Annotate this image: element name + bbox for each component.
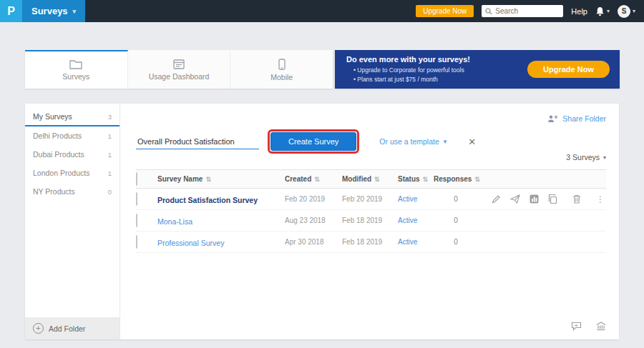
topbar: P Surveys ▾ Upgrade Now Help ▾ S ▾ (0, 0, 644, 22)
promo-banner: Do even more with your surveys! • Upgrad… (335, 50, 620, 89)
table-row: Mona-Lisa Aug 23 2018 Feb 18 2019 Active… (136, 210, 606, 232)
folder-label: Delhi Products (33, 131, 82, 140)
tab-surveys[interactable]: Surveys (25, 50, 128, 89)
add-folder-label: Add Folder (49, 324, 85, 333)
folder-label: My Surveys (33, 112, 72, 121)
sort-icon[interactable]: ⇅ (474, 176, 480, 183)
sort-icon[interactable]: ⇅ (205, 176, 211, 183)
sidebar-item-delhi-products[interactable]: Delhi Products 1 (25, 126, 119, 145)
mobile-icon (278, 59, 286, 70)
search-icon (485, 8, 492, 15)
survey-name-link[interactable]: Product Satisfaction Survey (157, 196, 258, 204)
status-badge: Active (398, 238, 434, 246)
more-options-icon[interactable]: ⋮ (596, 194, 605, 204)
created-date: Feb 20 2019 (285, 195, 342, 203)
product-menu[interactable]: Surveys ▾ (22, 0, 85, 22)
share-folder-button[interactable]: Share Folder (547, 114, 606, 123)
folder-count: 1 (108, 169, 112, 177)
account-menu[interactable]: S ▾ (618, 5, 635, 18)
modified-date: Feb 18 2019 (342, 217, 398, 224)
col-header-name: Survey Name (157, 175, 203, 183)
row-actions: ⋮ (478, 194, 606, 204)
chevron-down-icon: ▾ (607, 8, 610, 14)
search-box[interactable] (482, 5, 563, 17)
sidebar-item-dubai-products[interactable]: Dubai Products 1 (25, 145, 119, 164)
col-header-created: Created (285, 175, 311, 183)
share-folder-label: Share Folder (562, 114, 606, 123)
sort-icon[interactable]: ⇅ (423, 176, 429, 183)
row-checkbox[interactable] (136, 214, 137, 227)
archive-trash-icon[interactable] (596, 322, 606, 331)
notifications-menu[interactable]: ▾ (595, 6, 610, 16)
tab-usage-dashboard[interactable]: Usage Dashboard (128, 50, 231, 89)
create-survey-button[interactable]: Create Survey (270, 132, 356, 151)
col-header-modified: Modified (342, 175, 371, 183)
folder-count: 0 (108, 188, 112, 196)
responses-count: 0 (434, 217, 478, 224)
chevron-down-icon: ▾ (603, 154, 606, 161)
folder-count: 3 (108, 113, 112, 121)
feedback-icon[interactable] (571, 322, 582, 331)
surveys-table: Survey Name⇅ Created⇅ Modified⇅ Status⇅ … (136, 169, 606, 253)
tab-label: Usage Dashboard (149, 72, 210, 81)
row-checkbox[interactable] (136, 235, 137, 249)
help-link[interactable]: Help (571, 7, 587, 16)
modified-date: Feb 18 2019 (342, 238, 398, 246)
footer-icons (571, 322, 606, 331)
upgrade-now-button[interactable]: Upgrade Now (416, 5, 474, 17)
close-icon[interactable]: ✕ (468, 136, 476, 147)
created-date: Apr 30 2018 (285, 238, 342, 246)
folders-sidebar: My Surveys 3 Delhi Products 1 Dubai Prod… (25, 104, 120, 339)
topbar-right: Upgrade Now Help ▾ S ▾ (416, 5, 644, 18)
folder-label: London Products (33, 169, 89, 177)
dashboard-icon (173, 59, 185, 69)
delete-icon[interactable] (572, 194, 581, 204)
sidebar-item-my-surveys[interactable]: My Surveys 3 (25, 108, 119, 126)
create-survey-row: Create Survey Or use a template ▾ ✕ (136, 129, 476, 154)
product-menu-label: Surveys (31, 6, 68, 16)
table-row: Professional Survey Apr 30 2018 Feb 18 2… (136, 232, 606, 253)
chevron-down-icon: ▾ (444, 138, 447, 145)
tab-label: Mobile (270, 73, 293, 81)
status-badge: Active (398, 217, 434, 224)
use-template-label: Or use a template (379, 137, 439, 146)
survey-name-link[interactable]: Professional Survey (157, 239, 224, 247)
copy-icon[interactable] (548, 194, 557, 204)
survey-name-input[interactable] (136, 134, 259, 149)
table-row: Product Satisfaction Survey Feb 20 2019 … (136, 189, 606, 210)
survey-name-link[interactable]: Mona-Lisa (157, 217, 192, 226)
section-tabs: Surveys Usage Dashboard Mobile (25, 50, 333, 89)
table-header-row: Survey Name⇅ Created⇅ Modified⇅ Status⇅ … (136, 169, 606, 189)
col-header-status: Status (398, 175, 420, 183)
plus-icon: + (33, 323, 44, 334)
sort-icon[interactable]: ⇅ (314, 176, 320, 183)
responses-count: 0 (434, 195, 478, 203)
tab-label: Surveys (62, 72, 89, 81)
sort-icon[interactable]: ⇅ (374, 176, 380, 183)
col-header-responses: Responses (434, 175, 472, 183)
tab-mobile[interactable]: Mobile (230, 50, 333, 89)
folder-label: NY Products (33, 187, 75, 196)
sidebar-item-london-products[interactable]: London Products 1 (25, 164, 119, 182)
modified-date: Feb 20 2019 (342, 195, 398, 203)
responses-count: 0 (434, 238, 478, 246)
folder-label: Dubai Products (33, 150, 84, 159)
use-template-link[interactable]: Or use a template ▾ (379, 137, 447, 146)
banner-upgrade-button[interactable]: Upgrade Now (527, 61, 610, 78)
chevron-down-icon: ▾ (73, 8, 77, 15)
avatar: S (618, 5, 630, 18)
folder-icon (69, 59, 82, 69)
row-checkbox[interactable] (136, 192, 137, 206)
main-panel: My Surveys 3 Delhi Products 1 Dubai Prod… (25, 104, 619, 339)
surveys-count-dropdown[interactable]: 3 Surveys ▾ (566, 153, 606, 161)
select-all-checkbox[interactable] (136, 172, 137, 186)
edit-icon[interactable] (492, 194, 501, 204)
analytics-icon[interactable] (530, 194, 539, 204)
share-folder-icon (547, 114, 558, 123)
add-folder-button[interactable]: + Add Folder (25, 317, 119, 339)
sidebar-item-ny-products[interactable]: NY Products 0 (25, 182, 119, 201)
created-date: Aug 23 2018 (285, 217, 342, 224)
folder-count: 1 (108, 132, 112, 140)
search-input[interactable] (495, 7, 560, 15)
send-icon[interactable] (510, 194, 520, 204)
